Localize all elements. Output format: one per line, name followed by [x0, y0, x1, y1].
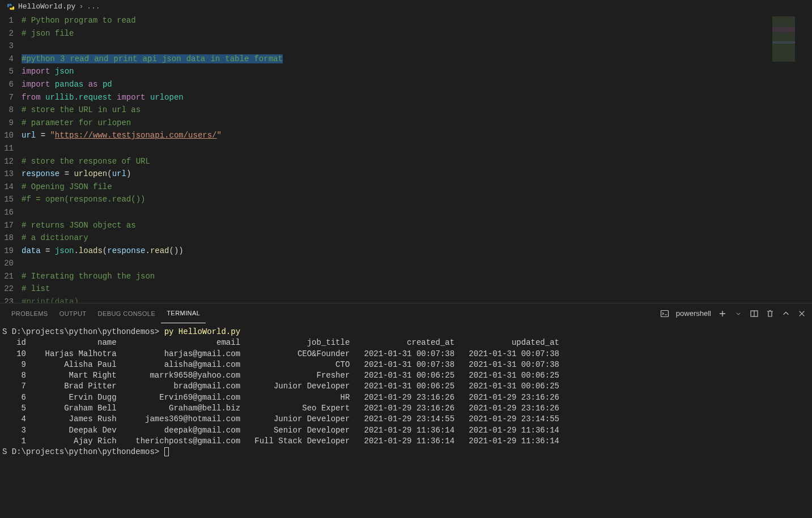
code-content[interactable]: # Python program to read# json file #pyt… [22, 13, 812, 303]
terminal-output[interactable]: S D:\projects\python\pythondemos> py Hel… [0, 323, 812, 518]
chevron-up-icon[interactable] [781, 309, 790, 318]
panel-tab-output[interactable]: OUTPUT [54, 303, 92, 323]
svg-rect-1 [661, 310, 668, 316]
close-icon[interactable] [797, 309, 806, 318]
code-line[interactable] [22, 206, 812, 219]
code-line[interactable]: # a dictionary [22, 232, 812, 245]
code-line[interactable]: # Opening JSON file [22, 181, 812, 194]
terminal-data-row: 7 Brad Pitter brad@gmail.com Junior Deve… [2, 381, 810, 392]
code-line[interactable]: # parameter for urlopen [22, 117, 812, 130]
code-line[interactable] [22, 40, 812, 53]
panel-tab-debug-console[interactable]: DEBUG CONSOLE [92, 303, 161, 323]
terminal-data-row: 5 Graham Bell Graham@bell.biz Seo Expert… [2, 403, 810, 414]
python-file-icon [7, 3, 15, 11]
line-number-gutter: 1234567891011121314151617181920212223 [0, 13, 22, 303]
code-line[interactable]: from urllib.request import urlopen [22, 91, 812, 104]
code-line[interactable]: # store the response of URL [22, 155, 812, 168]
bottom-panel: PROBLEMSOUTPUTDEBUG CONSOLETERMINAL powe… [0, 303, 812, 518]
code-line[interactable] [22, 257, 812, 270]
terminal-data-row: 3 Deepak Dev deepak@gmail.com Senior Dev… [2, 425, 810, 436]
code-line[interactable]: #f = open(response.read()) [22, 193, 812, 206]
code-editor[interactable]: 1234567891011121314151617181920212223 # … [0, 13, 812, 303]
terminal-data-row: 8 Mart Right marrk9658@yahoo.com Fresher… [2, 370, 810, 381]
terminal-data-row: 4 James Rush james369@hotmail.com Junior… [2, 414, 810, 425]
code-line[interactable]: import pandas as pd [22, 78, 812, 91]
terminal-data-row: 6 Ervin Dugg Ervin69@gmail.com HR 2021-0… [2, 392, 810, 403]
code-line[interactable]: #python·3·read·and·print·api·json·data·i… [22, 53, 812, 66]
breadcrumb-sep: › [79, 2, 83, 11]
breadcrumb[interactable]: HelloWorld.py › ... [0, 0, 812, 13]
panel-tab-terminal[interactable]: TERMINAL [161, 303, 206, 323]
code-line[interactable]: import json [22, 65, 812, 78]
chevron-down-icon[interactable] [734, 309, 743, 318]
code-line[interactable]: url = "https://www.testjsonapi.com/users… [22, 129, 812, 142]
breadcrumb-more[interactable]: ... [87, 2, 100, 11]
terminal-shell-label[interactable]: powershell [676, 309, 711, 318]
panel-tabbar: PROBLEMSOUTPUTDEBUG CONSOLETERMINAL powe… [0, 303, 812, 323]
code-line[interactable]: # Iterating through the json [22, 270, 812, 283]
code-line[interactable]: # returns JSON object as [22, 219, 812, 232]
minimap[interactable] [772, 16, 806, 62]
code-line[interactable]: # store the URL in url as [22, 104, 812, 117]
code-line[interactable]: # json file [22, 27, 812, 40]
trash-icon[interactable] [766, 309, 775, 318]
terminal-data-row: 9 Alisha Paul alisha@gmail.com CTO 2021-… [2, 359, 810, 370]
panel-tab-problems[interactable]: PROBLEMS [6, 303, 54, 323]
terminal-icon [660, 309, 669, 318]
code-line[interactable]: # list [22, 282, 812, 296]
code-line[interactable]: #print(data) [22, 296, 812, 303]
terminal-data-row: 10 Harjas Malhotra harjas@gmail.com CEO&… [2, 349, 810, 359]
new-terminal-icon[interactable] [718, 309, 727, 318]
terminal-data-row: 1 Ajay Rich therichposts@gmail.com Full … [2, 436, 810, 447]
code-line[interactable]: # Python program to read [22, 14, 812, 27]
split-terminal-icon[interactable] [750, 309, 759, 318]
breadcrumb-file[interactable]: HelloWorld.py [18, 2, 75, 11]
code-line[interactable]: response = urlopen(url) [22, 168, 812, 181]
code-line[interactable] [22, 142, 812, 155]
code-line[interactable]: data = json.loads(response.read()) [22, 245, 812, 258]
